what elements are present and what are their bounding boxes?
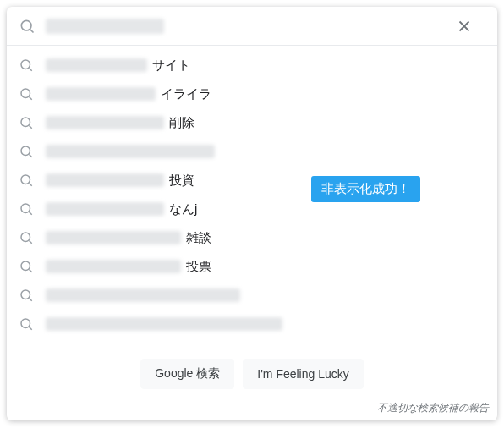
- svg-line-19: [29, 269, 31, 272]
- svg-line-1: [30, 29, 34, 32]
- feeling-lucky-button[interactable]: I'm Feeling Lucky: [243, 359, 364, 389]
- search-icon: [19, 316, 34, 332]
- search-query-redacted[interactable]: [46, 19, 164, 34]
- suggestion-redacted-term: [46, 145, 215, 158]
- svg-line-5: [29, 68, 31, 70]
- suggestion-row[interactable]: 投資: [7, 166, 497, 195]
- search-icon: [19, 288, 34, 303]
- suggestion-suffix: 雑談: [186, 230, 211, 246]
- suggestion-row[interactable]: イライラ: [7, 80, 497, 108]
- search-icon: [19, 230, 34, 245]
- suggestion-redacted-term: [46, 231, 181, 244]
- search-suggestions-panel: サイトイライラ削除投資なんj雑談投票非表示化成功！ Google 検索 I'm …: [7, 7, 497, 420]
- suggestion-suffix: なんj: [169, 201, 197, 217]
- svg-point-14: [21, 204, 30, 213]
- suggestion-suffix: 削除: [169, 115, 194, 131]
- suggestion-redacted-term: [46, 58, 147, 72]
- svg-point-22: [21, 319, 30, 328]
- search-bar: [7, 7, 497, 46]
- svg-point-10: [21, 146, 30, 156]
- svg-line-13: [29, 183, 31, 185]
- suggestions-list: サイトイライラ削除投資なんj雑談投票非表示化成功！: [7, 46, 497, 343]
- svg-point-4: [21, 60, 30, 69]
- svg-line-17: [29, 240, 31, 243]
- svg-point-18: [21, 261, 30, 271]
- report-row: 不適切な検索候補の報告: [7, 401, 497, 420]
- suggestion-suffix: 投資: [169, 173, 194, 189]
- clear-button[interactable]: [452, 14, 476, 38]
- search-icon: [19, 173, 34, 188]
- suggestion-redacted-term: [46, 202, 164, 216]
- svg-point-8: [21, 118, 30, 127]
- suggestion-row[interactable]: [7, 281, 497, 310]
- svg-point-12: [21, 175, 30, 184]
- search-icon: [19, 259, 34, 274]
- svg-line-21: [29, 298, 31, 300]
- suggestion-redacted-term: [46, 116, 164, 129]
- suggestion-row[interactable]: 削除: [7, 108, 497, 137]
- suggestion-redacted-term: [46, 288, 240, 302]
- svg-line-15: [29, 212, 31, 214]
- search-icon: [19, 144, 34, 159]
- svg-point-0: [21, 20, 31, 30]
- google-search-button[interactable]: Google 検索: [140, 359, 234, 389]
- search-icon: [19, 86, 34, 102]
- svg-line-9: [29, 125, 31, 128]
- search-icon: [19, 201, 34, 217]
- suggestion-suffix: サイト: [152, 58, 190, 74]
- success-callout: 非表示化成功！: [311, 176, 420, 202]
- suggestion-suffix: イライラ: [161, 86, 211, 102]
- divider: [485, 15, 485, 37]
- suggestion-row[interactable]: 雑談: [7, 223, 497, 252]
- suggestion-redacted-term: [46, 317, 282, 331]
- suggestion-row[interactable]: なんj: [7, 195, 497, 223]
- button-row: Google 検索 I'm Feeling Lucky: [7, 343, 497, 401]
- close-icon: [455, 17, 474, 36]
- search-icon: [19, 115, 34, 130]
- suggestion-row[interactable]: [7, 137, 497, 166]
- svg-line-23: [29, 327, 31, 329]
- suggestion-row[interactable]: [7, 310, 497, 338]
- search-icon: [19, 18, 36, 35]
- suggestion-redacted-term: [46, 173, 164, 187]
- svg-line-11: [29, 154, 31, 157]
- svg-point-20: [21, 290, 30, 299]
- suggestion-redacted-term: [46, 87, 156, 101]
- suggestion-row[interactable]: サイト: [7, 51, 497, 80]
- suggestion-row[interactable]: 投票: [7, 252, 497, 281]
- suggestion-suffix: 投票: [186, 259, 211, 275]
- suggestion-redacted-term: [46, 260, 181, 273]
- svg-line-7: [29, 96, 31, 99]
- svg-point-16: [21, 233, 30, 242]
- search-icon: [19, 58, 34, 73]
- report-inappropriate-link[interactable]: 不適切な検索候補の報告: [377, 402, 489, 414]
- search-input[interactable]: [174, 19, 452, 34]
- svg-point-6: [21, 89, 30, 98]
